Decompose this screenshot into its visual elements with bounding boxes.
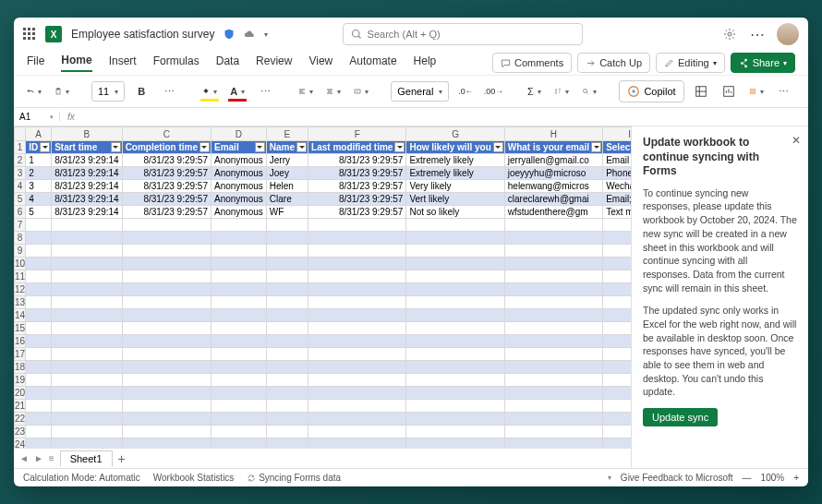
- cell[interactable]: [308, 258, 406, 270]
- update-sync-button[interactable]: Update sync: [643, 408, 718, 426]
- cell[interactable]: [26, 335, 52, 348]
- cell[interactable]: [52, 413, 123, 426]
- cell[interactable]: [603, 438, 631, 449]
- cell[interactable]: [26, 438, 52, 449]
- cell[interactable]: [603, 270, 631, 283]
- row-header[interactable]: 10: [15, 258, 26, 270]
- cell[interactable]: [211, 374, 266, 387]
- cell[interactable]: clareclarewh@gmai: [504, 193, 602, 206]
- cell[interactable]: [406, 374, 504, 387]
- column-header[interactable]: G: [406, 127, 504, 141]
- cell[interactable]: [122, 258, 211, 270]
- cell[interactable]: 1: [26, 154, 52, 167]
- panel-close-icon[interactable]: ✕: [792, 134, 801, 147]
- cell[interactable]: [266, 335, 308, 348]
- cell[interactable]: Vert likely: [406, 193, 504, 206]
- cell[interactable]: [266, 426, 308, 438]
- increase-decimal-button[interactable]: .0←: [454, 80, 477, 102]
- table-column-header[interactable]: ID: [26, 141, 52, 154]
- cell[interactable]: Very likely: [406, 180, 504, 193]
- table-column-header[interactable]: Name: [266, 141, 308, 154]
- sheet-nav-prev[interactable]: ◄: [19, 453, 29, 463]
- font-color-button[interactable]: A▾: [226, 80, 248, 102]
- cell[interactable]: [406, 361, 504, 374]
- cell[interactable]: [308, 361, 406, 374]
- cell[interactable]: [52, 258, 123, 270]
- cell[interactable]: [603, 245, 631, 258]
- cell[interactable]: [406, 438, 504, 449]
- cell[interactable]: [122, 322, 211, 335]
- cell[interactable]: [266, 348, 308, 361]
- cell[interactable]: [266, 283, 308, 296]
- filter-icon[interactable]: [296, 142, 307, 152]
- cell[interactable]: [211, 283, 266, 296]
- table-column-header[interactable]: Select w: [603, 141, 631, 154]
- cell[interactable]: [26, 309, 52, 322]
- row-header[interactable]: 2: [15, 154, 26, 167]
- cell[interactable]: [504, 270, 602, 283]
- cell[interactable]: [211, 258, 266, 270]
- cell[interactable]: [504, 283, 602, 296]
- cell[interactable]: [211, 438, 266, 449]
- cell[interactable]: [603, 387, 631, 400]
- app-launcher-icon[interactable]: [23, 28, 36, 41]
- cell[interactable]: [504, 413, 602, 426]
- column-header[interactable]: H: [504, 127, 602, 141]
- row-header[interactable]: 4: [15, 180, 26, 193]
- cell[interactable]: 8/31/23 9:29:14: [52, 154, 123, 167]
- cell[interactable]: [211, 335, 266, 348]
- user-avatar[interactable]: [777, 23, 799, 45]
- cell[interactable]: [308, 400, 406, 413]
- row-header[interactable]: 6: [15, 206, 26, 219]
- cell[interactable]: [266, 232, 308, 245]
- cell[interactable]: [122, 374, 211, 387]
- cell[interactable]: [603, 232, 631, 245]
- cell[interactable]: [308, 309, 406, 322]
- filter-icon[interactable]: [591, 142, 601, 152]
- cell[interactable]: [52, 335, 123, 348]
- cell[interactable]: 4: [26, 193, 52, 206]
- cell[interactable]: [211, 348, 266, 361]
- cell[interactable]: [603, 219, 631, 232]
- cell[interactable]: [308, 270, 406, 283]
- row-header[interactable]: 1: [15, 141, 26, 154]
- zoom-in-button[interactable]: +: [793, 473, 799, 483]
- cell[interactable]: [26, 283, 52, 296]
- cell[interactable]: Extremely likely: [406, 154, 504, 167]
- cell[interactable]: [122, 335, 211, 348]
- cell[interactable]: WF: [266, 206, 308, 219]
- share-button[interactable]: Share▾: [731, 53, 795, 73]
- cell[interactable]: [406, 413, 504, 426]
- zoom-level[interactable]: 100%: [761, 473, 785, 483]
- row-header[interactable]: 7: [15, 219, 26, 232]
- cell[interactable]: Anonymous: [211, 206, 266, 219]
- row-header[interactable]: 16: [15, 335, 26, 348]
- cell[interactable]: [52, 309, 123, 322]
- sheet-tab[interactable]: Sheet1: [60, 450, 113, 466]
- cell[interactable]: [603, 309, 631, 322]
- cell[interactable]: 8/31/23 9:29:14: [52, 180, 123, 193]
- cell[interactable]: Clare: [266, 193, 308, 206]
- sheet-nav-next[interactable]: ►: [34, 453, 43, 463]
- ribbon-collapse-button[interactable]: ⌄: [801, 80, 808, 102]
- cell[interactable]: [266, 400, 308, 413]
- cloud-save-icon[interactable]: [244, 29, 255, 40]
- cell[interactable]: [266, 413, 308, 426]
- cell[interactable]: wfstudenthere@gm: [504, 206, 602, 219]
- cell[interactable]: [406, 283, 504, 296]
- row-header[interactable]: 23: [15, 426, 26, 438]
- column-header[interactable]: D: [211, 127, 266, 141]
- cell[interactable]: [122, 438, 211, 449]
- cell[interactable]: [52, 322, 123, 335]
- cell[interactable]: 8/31/23 9:29:57: [308, 206, 406, 219]
- align-left-button[interactable]: ▾: [295, 80, 317, 102]
- tab-formulas[interactable]: Formulas: [153, 54, 199, 71]
- cell[interactable]: [406, 387, 504, 400]
- cell[interactable]: 8/31/23 9:29:57: [122, 206, 211, 219]
- cell[interactable]: [211, 296, 266, 309]
- spreadsheet-grid[interactable]: ABCDEFGHI1IDStart timeCompletion timeEma…: [14, 126, 631, 448]
- cell[interactable]: [266, 270, 308, 283]
- cell[interactable]: [52, 438, 123, 449]
- cell[interactable]: [266, 258, 308, 270]
- cell[interactable]: [52, 426, 123, 438]
